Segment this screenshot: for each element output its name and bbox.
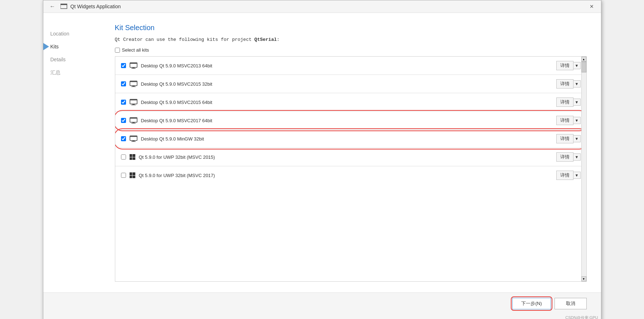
monitor-icon-kit1	[130, 62, 137, 69]
details-btn-kit2[interactable]: 详情	[556, 79, 573, 89]
section-title: Kit Selection	[115, 24, 587, 32]
kit-row-right-kit3: 详情▼	[556, 97, 581, 107]
monitor-icon-kit2	[130, 81, 137, 87]
sidebar-item-summary[interactable]: 汇总	[43, 66, 101, 80]
kit-row-right-kit5: 详情▼	[556, 134, 581, 143]
kit-row-left-kit2: Desktop Qt 5.9.0 MSVC2015 32bit	[121, 81, 212, 87]
select-all-label: Select all kits	[122, 47, 149, 53]
kit-label-kit3: Desktop Qt 5.9.0 MSVC2015 64bit	[141, 100, 212, 105]
kit-checkbox-kit7[interactable]	[121, 173, 126, 178]
details-dropdown-kit4[interactable]: ▼	[573, 117, 581, 124]
watermark: CSDN@伶童:GPU	[43, 314, 601, 319]
title-bar: ← Qt Widgets Application ✕	[43, 0, 601, 13]
svg-rect-7	[130, 81, 137, 82]
windows-icon-kit7	[130, 172, 135, 178]
details-btn-kit3[interactable]: 详情	[556, 97, 573, 107]
kit-row-right-kit7: 详情▼	[556, 171, 581, 180]
details-dropdown-kit3[interactable]: ▼	[573, 99, 581, 106]
kit-row-left-kit4: Desktop Qt 5.9.0 MSVC2017 64bit	[121, 117, 212, 124]
kit-row-left-kit3: Desktop Qt 5.9.0 MSVC2015 64bit	[121, 99, 212, 105]
window-icon	[60, 4, 68, 9]
kit-row-kit5: Desktop Qt 5.9.0 MinGW 32bit详情▼	[115, 130, 586, 148]
main-panel: Kit Selection Qt Creator can use the fol…	[101, 13, 601, 292]
kit-checkbox-kit5[interactable]	[121, 136, 126, 141]
back-button[interactable]: ←	[48, 3, 58, 10]
svg-rect-16	[132, 122, 135, 123]
select-all-checkbox[interactable]	[115, 48, 120, 53]
svg-rect-9	[131, 86, 136, 87]
monitor-icon-kit3	[130, 99, 137, 105]
details-btn-kit6[interactable]: 详情	[556, 152, 573, 162]
windows-icon-kit6	[130, 154, 135, 160]
svg-rect-1	[60, 4, 67, 5]
details-dropdown-kit7[interactable]: ▼	[573, 172, 581, 179]
kit-label-kit4: Desktop Qt 5.9.0 MSVC2017 64bit	[141, 118, 212, 123]
kit-row-kit1: Desktop Qt 5.9.0 MSVC2013 64bit详情▼	[115, 57, 586, 75]
details-btn-kit5[interactable]: 详情	[556, 134, 573, 143]
svg-rect-4	[132, 67, 135, 68]
sidebar-item-location[interactable]: Location	[43, 27, 101, 40]
kit-row-left-kit7: Qt 5.9.0 for UWP 32bit (MSVC 2017)	[121, 172, 215, 178]
sidebar-label-details: Details	[50, 57, 66, 62]
kit-row-kit4: Desktop Qt 5.9.0 MSVC2017 64bit详情▼	[115, 111, 586, 130]
main-window: ← Qt Widgets Application ✕ Location Kits…	[43, 0, 601, 319]
details-btn-kit7[interactable]: 详情	[556, 171, 573, 180]
scrollbar-track: ▲ ▼	[581, 57, 586, 281]
sidebar-label-location: Location	[50, 31, 69, 37]
next-button-wrapper: 下一步(N)	[512, 298, 551, 309]
sidebar-item-kits[interactable]: Kits	[43, 40, 101, 53]
kit-row-kit3: Desktop Qt 5.9.0 MSVC2015 64bit详情▼	[115, 93, 586, 111]
svg-rect-12	[132, 104, 135, 105]
svg-rect-17	[131, 123, 136, 124]
kit-label-kit1: Desktop Qt 5.9.0 MSVC2013 64bit	[141, 63, 212, 68]
kit-row-kit7: Qt 5.9.0 for UWP 32bit (MSVC 2017)详情▼	[115, 166, 586, 184]
sidebar-label-kits: Kits	[50, 44, 59, 49]
scrollbar-thumb[interactable]	[581, 62, 586, 72]
kits-list: Desktop Qt 5.9.0 MSVC2013 64bit详情▼ Deskt…	[115, 57, 586, 184]
kit-row-kit2: Desktop Qt 5.9.0 MSVC2015 32bit详情▼	[115, 75, 586, 93]
title-bar-left: ← Qt Widgets Application	[48, 3, 121, 10]
kit-checkbox-kit3[interactable]	[121, 100, 126, 105]
details-btn-kit4[interactable]: 详情	[556, 116, 573, 125]
svg-rect-15	[130, 118, 137, 119]
svg-rect-3	[130, 63, 137, 64]
footer: 下一步(N) 取消	[43, 292, 601, 314]
select-all-row: Select all kits	[115, 47, 587, 53]
kit-label-kit2: Desktop Qt 5.9.0 MSVC2015 32bit	[141, 81, 212, 87]
kit-checkbox-kit2[interactable]	[121, 81, 126, 86]
svg-rect-21	[131, 141, 136, 142]
svg-rect-8	[132, 86, 135, 86]
monitor-icon-kit5	[130, 135, 137, 142]
svg-rect-5	[131, 68, 136, 69]
sidebar-item-details[interactable]: Details	[43, 53, 101, 66]
scrollbar-arrow-up[interactable]: ▲	[581, 57, 586, 62]
cancel-button[interactable]: 取消	[555, 298, 587, 309]
kits-panel: Desktop Qt 5.9.0 MSVC2013 64bit详情▼ Deskt…	[115, 56, 587, 282]
kit-row-right-kit4: 详情▼	[556, 116, 581, 125]
svg-rect-13	[131, 105, 136, 105]
kit-label-kit5: Desktop Qt 5.9.0 MinGW 32bit	[141, 136, 204, 142]
kit-row-left-kit1: Desktop Qt 5.9.0 MSVC2013 64bit	[121, 62, 212, 69]
details-dropdown-kit6[interactable]: ▼	[573, 153, 581, 161]
details-dropdown-kit2[interactable]: ▼	[573, 80, 581, 87]
window-title: Qt Widgets Application	[71, 4, 121, 9]
kit-row-left-kit6: Qt 5.9.0 for UWP 32bit (MSVC 2015)	[121, 154, 215, 160]
svg-rect-11	[130, 99, 137, 100]
content-area: Location Kits Details 汇总 Kit Selection Q…	[43, 13, 601, 292]
kit-label-kit7: Qt 5.9.0 for UWP 32bit (MSVC 2017)	[139, 173, 215, 178]
next-button[interactable]: 下一步(N)	[512, 298, 551, 309]
details-dropdown-kit5[interactable]: ▼	[573, 135, 581, 142]
kit-checkbox-kit4[interactable]	[121, 118, 126, 123]
kit-row-left-kit5: Desktop Qt 5.9.0 MinGW 32bit	[121, 135, 204, 142]
sidebar: Location Kits Details 汇总	[43, 13, 101, 292]
svg-rect-20	[132, 141, 135, 141]
kit-row-right-kit2: 详情▼	[556, 79, 581, 89]
details-dropdown-kit1[interactable]: ▼	[573, 62, 581, 69]
kit-checkbox-kit6[interactable]	[121, 154, 126, 160]
kit-checkbox-kit1[interactable]	[121, 63, 126, 68]
details-btn-kit1[interactable]: 详情	[556, 61, 573, 70]
monitor-icon-kit4	[130, 117, 137, 124]
close-button[interactable]: ✕	[587, 3, 597, 10]
kit-row-right-kit1: 详情▼	[556, 61, 581, 70]
scrollbar-arrow-down[interactable]: ▼	[581, 276, 586, 281]
